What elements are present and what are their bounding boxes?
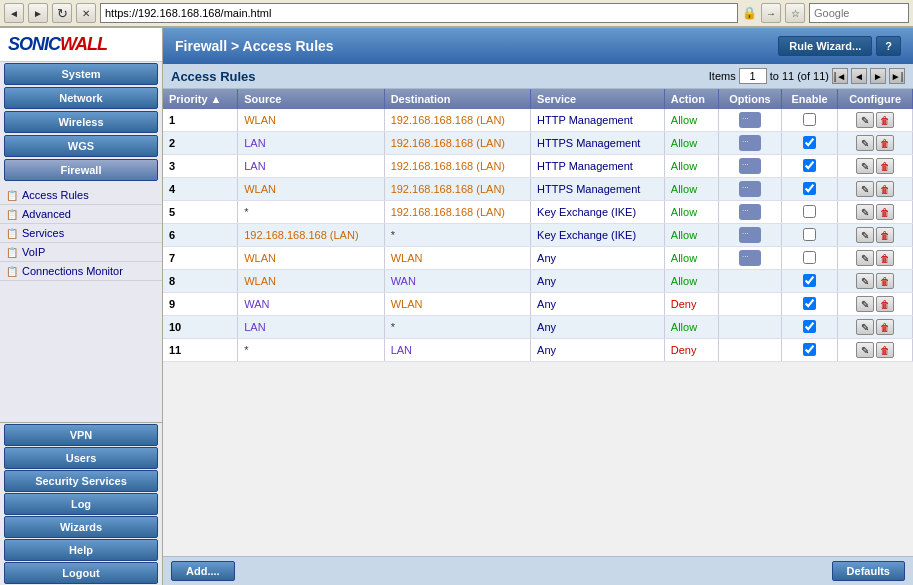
enable-checkbox[interactable] xyxy=(803,205,816,218)
col-configure[interactable]: Configure xyxy=(838,89,913,109)
stop-button[interactable]: ✕ xyxy=(76,3,96,23)
enable-checkbox[interactable] xyxy=(803,297,816,310)
sidebar-btn-log[interactable]: Log xyxy=(4,493,158,515)
address-bar[interactable] xyxy=(100,3,738,23)
comment-icon[interactable]: ··· xyxy=(739,227,761,243)
sidebar-btn-security-services[interactable]: Security Services xyxy=(4,470,158,492)
sidebar-btn-vpn[interactable]: VPN xyxy=(4,424,158,446)
sidebar-btn-help[interactable]: Help xyxy=(4,539,158,561)
enable-checkbox[interactable] xyxy=(803,113,816,126)
sidebar-item-voip[interactable]: 📋 VoIP xyxy=(0,243,162,262)
sidebar-btn-system[interactable]: System xyxy=(4,63,158,85)
enable-checkbox[interactable] xyxy=(803,274,816,287)
cell-options: ··· xyxy=(719,109,782,132)
forward-button[interactable]: ► xyxy=(28,3,48,23)
enable-checkbox[interactable] xyxy=(803,251,816,264)
cell-action: Allow xyxy=(664,155,718,178)
sidebar-item-label: Advanced xyxy=(22,208,71,220)
sidebar-btn-firewall[interactable]: Firewall xyxy=(4,159,158,181)
comment-icon[interactable]: ··· xyxy=(739,250,761,266)
enable-checkbox[interactable] xyxy=(803,343,816,356)
sidebar-item-services[interactable]: 📋 Services xyxy=(0,224,162,243)
edit-icon[interactable]: ✎ xyxy=(856,204,874,220)
table-row: 7WLANWLANAnyAllow···✎🗑 xyxy=(163,247,913,270)
last-page-button[interactable]: ►| xyxy=(889,68,905,84)
edit-icon[interactable]: ✎ xyxy=(856,296,874,312)
prev-page-button[interactable]: ◄ xyxy=(851,68,867,84)
edit-icon[interactable]: ✎ xyxy=(856,112,874,128)
sidebar-btn-wireless[interactable]: Wireless xyxy=(4,111,158,133)
edit-icon[interactable]: ✎ xyxy=(856,342,874,358)
delete-icon[interactable]: 🗑 xyxy=(876,112,894,128)
col-service[interactable]: Service xyxy=(531,89,665,109)
col-action[interactable]: Action xyxy=(664,89,718,109)
sidebar-bottom: VPN Users Security Services Log Wizards … xyxy=(0,422,162,585)
defaults-button[interactable]: Defaults xyxy=(832,561,905,581)
edit-icon[interactable]: ✎ xyxy=(856,135,874,151)
cell-configure: ✎🗑 xyxy=(838,155,913,178)
sidebar-btn-wgs[interactable]: WGS xyxy=(4,135,158,157)
delete-icon[interactable]: 🗑 xyxy=(876,296,894,312)
footer-bar: Add.... Defaults xyxy=(163,556,913,585)
sidebar-btn-network[interactable]: Network xyxy=(4,87,158,109)
cell-priority: 10 xyxy=(163,316,238,339)
delete-icon[interactable]: 🗑 xyxy=(876,342,894,358)
back-button[interactable]: ◄ xyxy=(4,3,24,23)
col-options[interactable]: Options xyxy=(719,89,782,109)
items-page-input[interactable] xyxy=(739,68,767,84)
cell-source: * xyxy=(238,201,384,224)
delete-icon[interactable]: 🗑 xyxy=(876,319,894,335)
delete-icon[interactable]: 🗑 xyxy=(876,158,894,174)
delete-icon[interactable]: 🗑 xyxy=(876,250,894,266)
enable-checkbox[interactable] xyxy=(803,182,816,195)
edit-icon[interactable]: ✎ xyxy=(856,273,874,289)
sidebar-btn-logout[interactable]: Logout xyxy=(4,562,158,584)
star-button[interactable]: ☆ xyxy=(785,3,805,23)
delete-icon[interactable]: 🗑 xyxy=(876,273,894,289)
comment-icon[interactable]: ··· xyxy=(739,158,761,174)
delete-icon[interactable]: 🗑 xyxy=(876,204,894,220)
comment-icon[interactable]: ··· xyxy=(739,181,761,197)
go-button[interactable]: → xyxy=(761,3,781,23)
cell-configure: ✎🗑 xyxy=(838,270,913,293)
delete-icon[interactable]: 🗑 xyxy=(876,181,894,197)
delete-icon[interactable]: 🗑 xyxy=(876,227,894,243)
rule-wizard-button[interactable]: Rule Wizard... xyxy=(778,36,872,56)
cell-priority: 4 xyxy=(163,178,238,201)
cell-priority: 8 xyxy=(163,270,238,293)
comment-icon[interactable]: ··· xyxy=(739,204,761,220)
enable-checkbox[interactable] xyxy=(803,228,816,241)
cell-priority: 11 xyxy=(163,339,238,362)
enable-checkbox[interactable] xyxy=(803,159,816,172)
cell-action: Allow xyxy=(664,247,718,270)
help-button[interactable]: ? xyxy=(876,36,901,56)
delete-icon[interactable]: 🗑 xyxy=(876,135,894,151)
next-page-button[interactable]: ► xyxy=(870,68,886,84)
refresh-button[interactable]: ↻ xyxy=(52,3,72,23)
first-page-button[interactable]: |◄ xyxy=(832,68,848,84)
comment-icon[interactable]: ··· xyxy=(739,112,761,128)
col-enable[interactable]: Enable xyxy=(781,89,837,109)
enable-checkbox[interactable] xyxy=(803,320,816,333)
sidebar-item-connections-monitor[interactable]: 📋 Connections Monitor xyxy=(0,262,162,281)
edit-icon[interactable]: ✎ xyxy=(856,319,874,335)
add-button[interactable]: Add.... xyxy=(171,561,235,581)
col-priority[interactable]: Priority ▲ xyxy=(163,89,238,109)
comment-icon[interactable]: ··· xyxy=(739,135,761,151)
sidebar-btn-wizards[interactable]: Wizards xyxy=(4,516,158,538)
edit-icon[interactable]: ✎ xyxy=(856,250,874,266)
search-input[interactable] xyxy=(809,3,909,23)
edit-icon[interactable]: ✎ xyxy=(856,227,874,243)
edit-icon[interactable]: ✎ xyxy=(856,181,874,197)
sidebar-item-advanced[interactable]: 📋 Advanced xyxy=(0,205,162,224)
cell-service: Any xyxy=(531,339,665,362)
enable-checkbox[interactable] xyxy=(803,136,816,149)
cell-destination: WLAN xyxy=(384,293,530,316)
sidebar-btn-users[interactable]: Users xyxy=(4,447,158,469)
cell-destination: LAN xyxy=(384,339,530,362)
col-destination[interactable]: Destination xyxy=(384,89,530,109)
sidebar-item-access-rules[interactable]: 📋 Access Rules xyxy=(0,186,162,205)
cell-action: Allow xyxy=(664,132,718,155)
col-source[interactable]: Source xyxy=(238,89,384,109)
edit-icon[interactable]: ✎ xyxy=(856,158,874,174)
